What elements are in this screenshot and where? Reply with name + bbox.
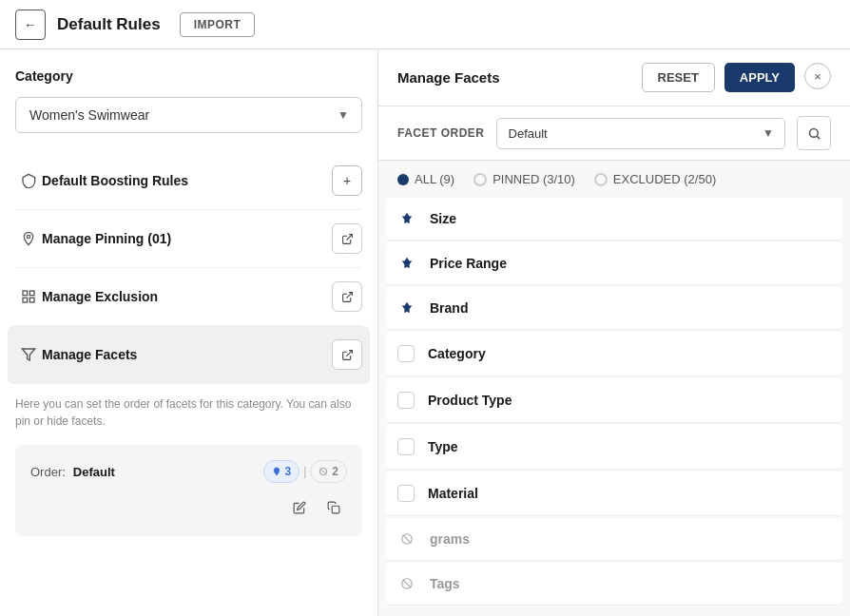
facet-name-tags: Tags [430, 576, 460, 591]
svg-point-0 [27, 235, 29, 238]
svg-line-13 [817, 136, 820, 139]
svg-line-15 [403, 535, 412, 544]
category-section-title: Category [15, 68, 362, 84]
tab-all[interactable]: ALL (9) [397, 172, 454, 186]
pin-icon-price-range [397, 257, 416, 270]
tab-excluded[interactable]: EXCLUDED (2/50) [594, 172, 716, 186]
exclude-count: 2 [332, 465, 338, 478]
menu-item-pinning[interactable]: Manage Pinning (01) [15, 210, 362, 268]
order-value: Default [73, 465, 115, 479]
facet-order-label: FACET ORDER [397, 126, 485, 140]
main-content: Category Women's Swimwear ▼ Default Boos… [0, 49, 850, 616]
facet-item-grams: grams [386, 518, 842, 561]
right-header-actions: RESET APPLY × [642, 63, 832, 92]
facet-item-size: Size [386, 198, 842, 241]
menu-item-facets[interactable]: Manage Facets [8, 326, 370, 384]
tab-pinned[interactable]: PINNED (3/10) [473, 172, 575, 186]
apply-button[interactable]: APPLY [724, 63, 795, 92]
order-section: Order: Default 3 | 2 [15, 445, 362, 536]
checkbox-material[interactable] [397, 485, 415, 502]
facet-name-category: Category [428, 346, 486, 361]
pin-count: 3 [285, 465, 292, 478]
svg-marker-7 [22, 349, 34, 360]
grid-icon [15, 289, 42, 304]
exclude-icon-tags [397, 577, 416, 590]
facet-name-type: Type [428, 439, 458, 454]
checkbox-product-type[interactable] [397, 392, 415, 409]
page-title: Default Rules [57, 15, 161, 34]
facet-item-material: Material [386, 472, 842, 516]
open-facets-button[interactable] [332, 339, 362, 370]
facet-item-tags: Tags [386, 563, 842, 606]
filter-icon [15, 347, 42, 362]
back-button[interactable]: ← [15, 10, 46, 40]
open-exclusion-button[interactable] [332, 281, 362, 312]
pin-icon [15, 231, 42, 246]
tab-pinned-radio [473, 173, 487, 186]
facet-item-type: Type [386, 425, 842, 470]
info-text: Here you can set the order of facets for… [15, 395, 362, 430]
facet-order-bar: FACET ORDER Default ▼ [378, 106, 850, 161]
facet-item-product-type: Product Type [386, 378, 842, 423]
pinning-label: Manage Pinning (01) [42, 231, 332, 246]
facet-name-material: Material [428, 486, 478, 501]
order-key: Order: [30, 465, 66, 479]
tab-pinned-label: PINNED (3/10) [493, 172, 575, 186]
search-facet-button[interactable] [797, 116, 831, 150]
left-panel: Category Women's Swimwear ▼ Default Boos… [0, 49, 378, 616]
menu-item-boosting[interactable]: Default Boosting Rules + [15, 152, 362, 210]
copy-order-button[interactable] [320, 494, 347, 521]
pin-badge: 3 [263, 460, 300, 483]
import-button[interactable]: IMPORT [180, 12, 256, 37]
tab-excluded-radio [594, 173, 608, 186]
filter-tabs: ALL (9) PINNED (3/10) EXCLUDED (2/50) [378, 161, 850, 198]
facets-label: Manage Facets [42, 347, 332, 362]
shield-icon [15, 173, 42, 188]
svg-rect-3 [29, 291, 34, 296]
right-panel: Manage Facets RESET APPLY × FACET ORDER … [378, 49, 850, 616]
facet-list: Size Price Range Brand Category [378, 198, 850, 616]
tab-excluded-label: EXCLUDED (2/50) [613, 172, 716, 186]
svg-line-10 [320, 469, 326, 474]
svg-rect-11 [332, 506, 339, 513]
manage-facets-title: Manage Facets [397, 69, 500, 86]
order-actions [30, 494, 347, 521]
facet-name-product-type: Product Type [428, 393, 512, 408]
category-select-wrapper: Women's Swimwear ▼ [15, 97, 362, 133]
badge-separator: | [303, 465, 306, 478]
open-pinning-button[interactable] [332, 223, 362, 254]
add-boosting-button[interactable]: + [332, 165, 362, 196]
exclude-badge: 2 [310, 460, 347, 483]
facet-name-price-range: Price Range [430, 256, 507, 271]
facet-order-select[interactable]: Default [496, 118, 785, 149]
menu-item-exclusion[interactable]: Manage Exclusion [15, 268, 362, 326]
back-icon: ← [24, 17, 37, 32]
facet-name-size: Size [430, 211, 456, 226]
facet-order-select-wrapper: Default ▼ [496, 118, 785, 149]
facet-item-category: Category [386, 332, 842, 376]
facet-name-brand: Brand [430, 300, 468, 316]
tab-all-dot [397, 174, 409, 185]
app-header: ← Default Rules IMPORT [0, 0, 850, 49]
svg-rect-5 [29, 298, 34, 302]
close-button[interactable]: × [804, 63, 831, 89]
boosting-rules-label: Default Boosting Rules [42, 173, 332, 188]
order-row: Order: Default 3 | 2 [30, 460, 347, 483]
svg-line-8 [346, 350, 352, 356]
order-label: Order: Default [30, 465, 115, 479]
checkbox-category[interactable] [397, 345, 415, 362]
exclusion-label: Manage Exclusion [42, 289, 332, 304]
svg-line-17 [403, 580, 412, 588]
svg-rect-2 [23, 291, 28, 296]
svg-line-6 [346, 292, 352, 298]
svg-line-1 [346, 234, 352, 240]
reset-button[interactable]: RESET [642, 63, 715, 92]
facet-item-price-range: Price Range [386, 242, 842, 285]
pin-icon-brand [397, 301, 416, 315]
checkbox-type[interactable] [397, 438, 415, 455]
facet-item-brand: Brand [386, 287, 842, 330]
category-select[interactable]: Women's Swimwear [15, 97, 362, 133]
tab-all-label: ALL (9) [415, 172, 454, 186]
right-header: Manage Facets RESET APPLY × [378, 49, 850, 106]
edit-order-button[interactable] [286, 494, 313, 521]
